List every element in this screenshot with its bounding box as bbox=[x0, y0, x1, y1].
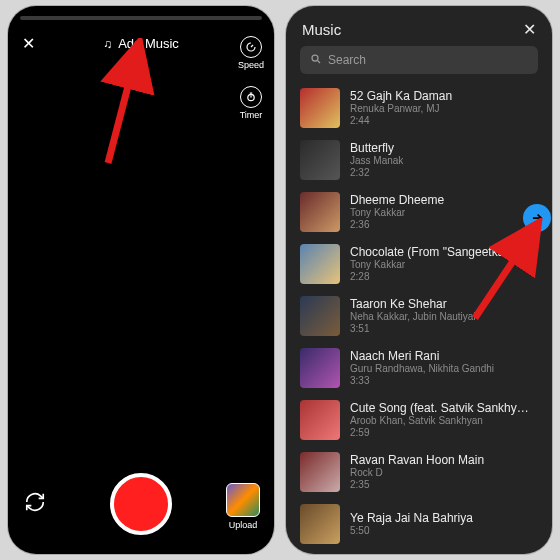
upload-button[interactable]: Upload bbox=[226, 483, 260, 530]
track-cover bbox=[300, 244, 340, 284]
list-item[interactable]: Chocolate (From "Sangeetkaar") Tony Kakk… bbox=[300, 238, 538, 290]
music-header: Music ✕ bbox=[302, 20, 536, 39]
track-duration: 2:28 bbox=[350, 271, 523, 283]
music-note-icon: ♫ bbox=[103, 37, 112, 51]
flip-camera-icon[interactable] bbox=[24, 491, 46, 518]
track-meta: Dheeme Dheeme Tony Kakkar 2:36 bbox=[350, 193, 444, 231]
track-title: Butterfly bbox=[350, 141, 403, 155]
close-icon[interactable]: ✕ bbox=[8, 34, 48, 53]
track-meta: Cute Song (feat. Satvik Sankhy… Aroob Kh… bbox=[350, 401, 529, 439]
music-header-title: Music bbox=[302, 21, 341, 38]
list-item[interactable]: Ravan Ravan Hoon Main Rock D 2:35 bbox=[300, 446, 538, 498]
timer-label: Timer bbox=[240, 110, 263, 120]
track-duration: 5:50 bbox=[350, 525, 473, 537]
upload-label: Upload bbox=[229, 520, 258, 530]
search-placeholder: Search bbox=[328, 53, 366, 67]
track-duration: 2:35 bbox=[350, 479, 484, 491]
music-picker-screen: Music ✕ Search 52 Gajh Ka Daman Renuka P… bbox=[286, 6, 552, 554]
list-item[interactable]: Cute Song (feat. Satvik Sankhy… Aroob Kh… bbox=[300, 394, 538, 446]
search-icon bbox=[310, 53, 322, 68]
track-title: Cute Song (feat. Satvik Sankhy… bbox=[350, 401, 529, 415]
camera-side-tools: Speed Timer bbox=[238, 36, 264, 120]
track-cover bbox=[300, 348, 340, 388]
track-artist: Aroob Khan, Satvik Sankhyan bbox=[350, 415, 529, 427]
track-cover bbox=[300, 504, 340, 544]
search-input[interactable]: Search bbox=[300, 46, 538, 74]
track-cover bbox=[300, 88, 340, 128]
track-duration: 2:36 bbox=[350, 219, 444, 231]
proceed-badge[interactable] bbox=[523, 204, 551, 232]
track-artist: Neha Kakkar, Jubin Nautiyal bbox=[350, 311, 476, 323]
track-title: Dheeme Dheeme bbox=[350, 193, 444, 207]
track-title: Chocolate (From "Sangeetkaar") bbox=[350, 245, 523, 259]
list-item[interactable]: Naach Meri Rani Guru Randhawa, Nikhita G… bbox=[300, 342, 538, 394]
track-meta: Naach Meri Rani Guru Randhawa, Nikhita G… bbox=[350, 349, 494, 387]
list-item[interactable]: Taaron Ke Shehar Neha Kakkar, Jubin Naut… bbox=[300, 290, 538, 342]
camera-topbar: ✕ ♫ Add Music bbox=[8, 34, 274, 53]
upload-thumbnail bbox=[226, 483, 260, 517]
track-duration: 2:32 bbox=[350, 167, 403, 179]
add-music-label: Add Music bbox=[118, 36, 179, 51]
track-list[interactable]: 52 Gajh Ka Daman Renuka Panwar, MJ 2:44 … bbox=[300, 82, 538, 554]
track-cover bbox=[300, 296, 340, 336]
track-cover bbox=[300, 400, 340, 440]
timer-tool[interactable]: Timer bbox=[240, 86, 263, 120]
track-duration: 2:44 bbox=[350, 115, 452, 127]
record-bar: Upload bbox=[8, 464, 274, 544]
timer-icon bbox=[240, 86, 262, 108]
track-cover bbox=[300, 140, 340, 180]
list-item[interactable]: Dheeme Dheeme Tony Kakkar 2:36 bbox=[300, 186, 538, 238]
svg-point-1 bbox=[312, 55, 318, 61]
track-artist: Tony Kakkar bbox=[350, 259, 523, 271]
speed-label: Speed bbox=[238, 60, 264, 70]
track-title: Taaron Ke Shehar bbox=[350, 297, 476, 311]
speed-icon bbox=[240, 36, 262, 58]
add-music-button[interactable]: ♫ Add Music bbox=[48, 36, 234, 51]
track-title: Ravan Ravan Hoon Main bbox=[350, 453, 484, 467]
track-artist: Jass Manak bbox=[350, 155, 403, 167]
list-item[interactable]: Butterfly Jass Manak 2:32 bbox=[300, 134, 538, 186]
track-artist: Tony Kakkar bbox=[350, 207, 444, 219]
track-meta: Chocolate (From "Sangeetkaar") Tony Kakk… bbox=[350, 245, 523, 283]
close-icon[interactable]: ✕ bbox=[523, 20, 536, 39]
record-progress-track bbox=[20, 16, 262, 20]
track-title: Ye Raja Jai Na Bahriya bbox=[350, 511, 473, 525]
track-duration: 3:51 bbox=[350, 323, 476, 335]
track-meta: Butterfly Jass Manak 2:32 bbox=[350, 141, 403, 179]
track-duration: 3:33 bbox=[350, 375, 494, 387]
list-item[interactable]: Ye Raja Jai Na Bahriya 5:50 bbox=[300, 498, 538, 550]
track-cover bbox=[300, 192, 340, 232]
track-artist: Rock D bbox=[350, 467, 484, 479]
track-artist: Guru Randhawa, Nikhita Gandhi bbox=[350, 363, 494, 375]
camera-screen: ✕ ♫ Add Music Speed Timer Upload bbox=[8, 6, 274, 554]
speed-tool[interactable]: Speed bbox=[238, 36, 264, 70]
record-button[interactable] bbox=[110, 473, 172, 535]
track-meta: Taaron Ke Shehar Neha Kakkar, Jubin Naut… bbox=[350, 297, 476, 335]
list-item[interactable]: 52 Gajh Ka Daman Renuka Panwar, MJ 2:44 bbox=[300, 82, 538, 134]
track-cover bbox=[300, 452, 340, 492]
track-title: Naach Meri Rani bbox=[350, 349, 494, 363]
track-meta: 52 Gajh Ka Daman Renuka Panwar, MJ 2:44 bbox=[350, 89, 452, 127]
track-meta: Ravan Ravan Hoon Main Rock D 2:35 bbox=[350, 453, 484, 491]
track-title: 52 Gajh Ka Daman bbox=[350, 89, 452, 103]
track-duration: 2:59 bbox=[350, 427, 529, 439]
track-meta: Ye Raja Jai Na Bahriya 5:50 bbox=[350, 511, 473, 537]
track-artist: Renuka Panwar, MJ bbox=[350, 103, 452, 115]
